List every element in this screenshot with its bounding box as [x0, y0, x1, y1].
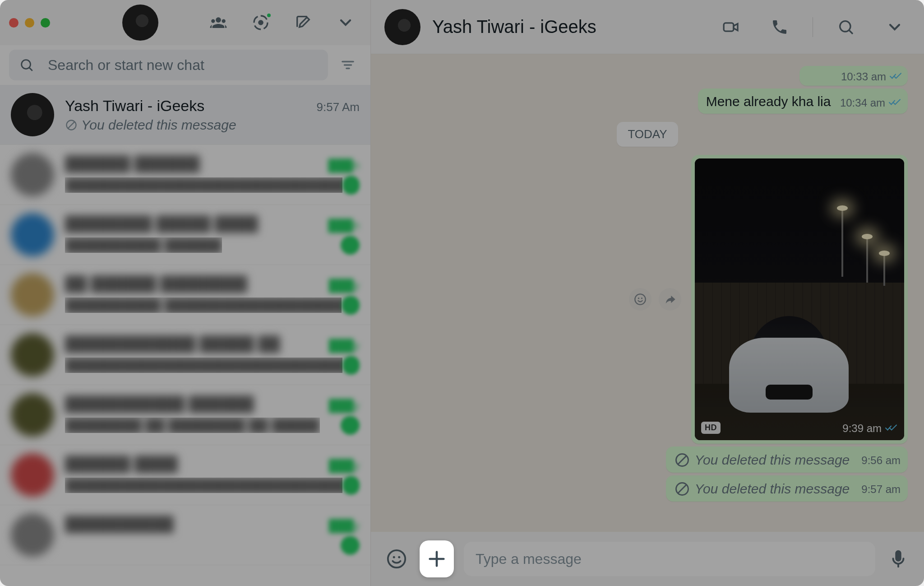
svg-point-19 — [388, 550, 405, 567]
read-ticks-icon — [885, 422, 897, 435]
unread-badge — [342, 476, 360, 495]
unread-badge — [341, 536, 360, 555]
chat-preview: You deleted this message — [65, 117, 236, 133]
attach-button[interactable] — [420, 540, 454, 577]
chat-avatar — [11, 333, 54, 377]
svg-line-3 — [29, 68, 32, 70]
message-placeholder: Type a message — [476, 551, 582, 567]
msg-time: 9:57 am — [861, 483, 901, 496]
plus-icon — [426, 549, 447, 569]
chat-row[interactable]: ██████ ████ ███y ███████████████████████… — [0, 445, 370, 505]
deleted-text: You deleted this message — [695, 481, 850, 497]
window-controls — [9, 18, 50, 28]
react-button[interactable] — [629, 288, 651, 311]
communities-icon[interactable] — [203, 14, 234, 32]
chat-row[interactable]: ██████ ██████ ███n █████████████████████… — [0, 145, 370, 205]
chat-avatar — [11, 393, 54, 437]
chat-time: 9:57 Am — [317, 100, 360, 114]
separator — [813, 17, 813, 37]
status-new-dot — [266, 12, 272, 19]
read-ticks-icon — [890, 70, 901, 83]
conversation-title[interactable]: Yash Tiwari - iGeeks — [432, 17, 596, 37]
chat-list[interactable]: Yash Tiwari - iGeeks 9:57 Am You deleted… — [0, 85, 370, 586]
voice-call-button[interactable] — [764, 18, 795, 36]
conversation-actions — [715, 17, 910, 37]
chat-avatar — [11, 153, 54, 196]
new-chat-icon[interactable] — [287, 14, 319, 32]
menu-chevron-icon[interactable] — [330, 14, 361, 32]
deleted-text: You deleted this message — [695, 452, 850, 468]
msg-deleted-1[interactable]: You deleted this message 9:56 am — [666, 446, 908, 473]
chat-time: ███n — [328, 158, 360, 172]
svg-point-21 — [398, 556, 400, 558]
chat-avatar — [11, 93, 54, 136]
chat-row[interactable]: ████████ █████ ████ ███n ██████████ ████… — [0, 205, 370, 265]
image-meta: 9:39 am — [842, 422, 897, 435]
messages-scroll[interactable]: 10:33 am Mene already kha lia 10:34 am T… — [371, 54, 924, 532]
contact-avatar[interactable] — [384, 9, 420, 45]
chat-preview: ██████████ ██████ — [65, 237, 222, 253]
svg-point-20 — [393, 556, 395, 558]
chat-row[interactable]: ███████████ ██████ ███y ████████ ██ ████… — [0, 385, 370, 445]
search-input[interactable]: Search or start new chat — [9, 50, 328, 80]
msg-time: 9:39 am — [842, 422, 882, 435]
mic-button[interactable] — [885, 546, 911, 572]
unread-badge — [342, 176, 360, 195]
search-placeholder: Search or start new chat — [48, 57, 204, 74]
msg-deleted-2[interactable]: You deleted this message 9:57 am — [666, 475, 908, 502]
my-avatar[interactable] — [122, 5, 158, 41]
svg-point-1 — [258, 20, 263, 25]
chat-title: ████████ █████ ████ — [65, 215, 258, 233]
filter-icon — [340, 57, 356, 73]
chat-time: ███y — [329, 399, 360, 413]
svg-point-2 — [22, 60, 31, 69]
hd-badge: HD — [701, 422, 721, 434]
chat-avatar — [11, 273, 54, 316]
video-call-button[interactable] — [715, 18, 747, 36]
svg-line-16 — [678, 456, 687, 465]
minimize-window[interactable] — [25, 18, 34, 28]
chat-row[interactable]: ██ ██████ ████████ ███y ██████████ █████… — [0, 265, 370, 325]
chat-title: ███████████ ██████ — [65, 395, 254, 413]
conversation-menu-button[interactable] — [879, 18, 910, 36]
msg-image[interactable]: HD 9:39 am — [691, 155, 908, 444]
search-icon — [19, 57, 34, 73]
msg-text-1[interactable]: Mene already kha lia 10:34 am — [698, 88, 908, 114]
date-separator: TODAY — [617, 122, 678, 147]
chat-preview: ████████████████████████████████ — [65, 478, 342, 493]
msg-text: Mene already kha lia — [706, 94, 831, 109]
chat-title: ██ ██████ ████████ — [65, 275, 247, 293]
status-icon[interactable] — [245, 14, 277, 32]
chat-avatar — [11, 453, 54, 497]
message-hover-actions — [629, 288, 681, 311]
close-window[interactable] — [9, 18, 18, 28]
unread-badge — [342, 296, 360, 315]
chat-avatar — [11, 213, 54, 256]
msg-prev-partial[interactable]: 10:33 am — [799, 66, 908, 86]
chat-row[interactable]: ████████████ █████ ██ ███y █████████████… — [0, 325, 370, 385]
chat-title: ██████████ — [65, 516, 174, 533]
svg-point-14 — [641, 298, 642, 299]
svg-line-18 — [678, 484, 687, 493]
msg-time: 10:33 am — [841, 70, 886, 83]
search-in-chat-button[interactable] — [830, 18, 862, 36]
svg-line-8 — [68, 121, 74, 128]
svg-point-12 — [635, 294, 645, 304]
chat-time: ███y — [329, 339, 360, 353]
chat-row[interactable]: Yash Tiwari - iGeeks 9:57 Am You deleted… — [0, 85, 370, 145]
sidebar-header — [0, 0, 370, 45]
unread-badge — [342, 356, 360, 375]
filter-button[interactable] — [334, 51, 361, 79]
image-content[interactable]: HD 9:39 am — [695, 158, 904, 440]
fullscreen-window[interactable] — [41, 18, 50, 28]
prohibited-icon — [674, 452, 690, 468]
chat-time: ███n — [328, 219, 360, 233]
prohibited-icon — [65, 119, 78, 131]
chat-time: ███y — [329, 279, 360, 293]
message-input[interactable]: Type a message — [464, 542, 875, 576]
forward-button[interactable] — [659, 288, 681, 311]
chat-row[interactable]: ██████████ ███y — [0, 505, 370, 565]
chat-preview: ██████████ ████████████████████ — [65, 298, 342, 313]
chat-title: ██████ ██████ — [65, 155, 200, 173]
emoji-button[interactable] — [383, 546, 410, 572]
